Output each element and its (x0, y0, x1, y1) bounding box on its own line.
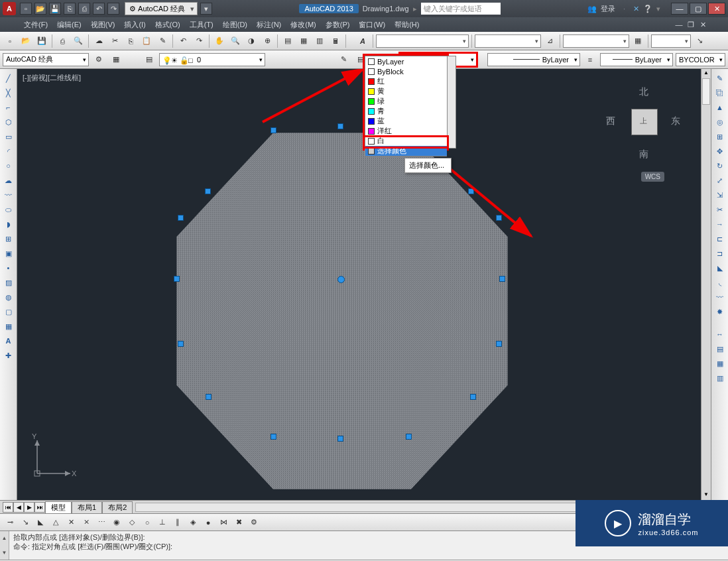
quadrant-icon[interactable]: ◇ (125, 515, 139, 530)
plotstyle-combo[interactable]: BYCOLOR (676, 53, 725, 66)
grip[interactable] (178, 215, 184, 221)
login-label[interactable]: 登录 (601, 4, 615, 14)
palette-icon[interactable]: ▥ (713, 371, 727, 385)
menu-view[interactable]: 视图(V) (87, 19, 119, 31)
publish-icon[interactable]: ☁ (91, 34, 106, 48)
navcube-north[interactable]: 北 (639, 86, 648, 98)
appint-icon[interactable]: ⨯ (79, 515, 93, 530)
color-option-red[interactable]: 红 (365, 76, 447, 86)
doc-close-button[interactable]: ✕ (698, 20, 708, 29)
wheel-icon[interactable]: ⊕ (260, 34, 274, 48)
tablestyle-select[interactable] (563, 34, 629, 48)
open-file-icon[interactable]: 📂 (19, 34, 33, 48)
grip[interactable] (337, 123, 343, 129)
table-icon[interactable]: ▦ (2, 320, 15, 333)
layer-combo[interactable]: 💡 ☀ 🔓 □ 0 (159, 53, 265, 66)
join-icon[interactable]: ⊐ (713, 247, 727, 260)
parallel-icon[interactable]: ∥ (170, 515, 185, 530)
menu-modify[interactable]: 修改(M) (286, 19, 320, 31)
workspace-quick-select[interactable]: ⚙ AutoCAD 经典 (125, 2, 198, 15)
none-icon[interactable]: ✖ (231, 515, 246, 530)
navcube-east[interactable]: 东 (671, 115, 680, 127)
open-icon[interactable]: 📂 (34, 3, 46, 15)
tab-next-icon[interactable]: ▶ (24, 502, 34, 513)
drawing-canvas[interactable]: [-][俯视][二维线框] 北 南 东 (17, 69, 711, 500)
exchange-icon[interactable]: ✕ (633, 5, 639, 13)
color-option-bylayer[interactable]: ByLayer (365, 56, 447, 66)
node-icon[interactable]: ● (201, 515, 215, 530)
menu-edit[interactable]: 编辑(E) (53, 19, 86, 31)
color-option-blue[interactable]: 蓝 (365, 116, 447, 126)
arc-icon[interactable]: ◜ (2, 145, 15, 158)
color-option-magenta[interactable]: 洋红 (365, 126, 447, 136)
region-icon[interactable]: ▢ (2, 305, 15, 318)
circle-icon[interactable]: ○ (2, 159, 15, 172)
props-icon[interactable]: ▤ (280, 34, 295, 48)
copy-obj-icon[interactable]: ⿻ (713, 86, 727, 99)
workspace-save-icon[interactable]: ▦ (109, 52, 123, 67)
pan-icon[interactable]: ✋ (212, 34, 227, 48)
menu-parametric[interactable]: 参数(P) (322, 19, 354, 31)
color-option-yellow[interactable]: 黄 (365, 86, 447, 96)
point-icon[interactable]: • (2, 261, 15, 275)
extend-icon[interactable]: → (713, 218, 727, 231)
menu-file[interactable]: 文件(F) (20, 19, 52, 31)
mleader-select[interactable] (651, 34, 691, 48)
menu-format[interactable]: 格式(O) (151, 19, 184, 31)
endpoint-icon[interactable]: ◣ (33, 515, 48, 530)
grip[interactable] (468, 188, 474, 194)
undo-btn-icon[interactable]: ↶ (176, 34, 190, 48)
textstyle-icon[interactable]: A (355, 34, 370, 48)
app-logo[interactable]: A (3, 2, 16, 15)
addselected-icon[interactable]: ✚ (2, 349, 15, 362)
menu-draw[interactable]: 绘图(D) (219, 19, 251, 31)
qselect-icon[interactable]: ▤ (713, 342, 727, 355)
stretch-icon[interactable]: ⇲ (713, 188, 727, 202)
color-option-byblock[interactable]: ByBlock (365, 66, 447, 76)
grip[interactable] (178, 341, 184, 347)
grip[interactable] (206, 394, 212, 400)
linetype-mgr-icon[interactable]: ≡ (583, 52, 597, 67)
extension-icon[interactable]: ⋯ (94, 515, 109, 530)
mleader-icon[interactable]: ↘ (692, 34, 707, 48)
perp-icon[interactable]: ⊥ (155, 515, 170, 530)
center-grip[interactable] (337, 276, 345, 283)
navcube-south[interactable]: 南 (639, 149, 648, 160)
color-dropdown-list[interactable]: ByLayer ByBlock 红 黄 绿 青 蓝 洋红 白 选择颜色 (365, 56, 447, 156)
doc-minimize-button[interactable]: — (674, 20, 684, 29)
navcube-west[interactable]: 西 (606, 115, 615, 127)
maximize-button[interactable]: ▢ (690, 3, 707, 15)
sheet-icon[interactable]: ▦ (296, 34, 311, 48)
help-icon[interactable]: ❔ (643, 5, 652, 13)
cut-icon[interactable]: ✂ (107, 34, 122, 48)
menu-window[interactable]: 窗口(W) (355, 19, 389, 31)
chamfer-icon[interactable]: ◣ (713, 261, 727, 275)
navcube-top-face[interactable]: 上 (631, 109, 658, 135)
preview-icon[interactable]: 🔍 (71, 34, 86, 48)
mirror-icon[interactable]: ▲ (713, 101, 727, 114)
xline-icon[interactable]: ╳ (2, 86, 15, 99)
move-icon[interactable]: ✥ (713, 145, 727, 158)
blend-icon[interactable]: 〰 (713, 290, 727, 304)
grip[interactable] (470, 394, 476, 400)
rotate-icon[interactable]: ↻ (713, 159, 727, 172)
pline-icon[interactable]: ⌐ (2, 101, 15, 114)
layer-state-icon[interactable]: ✎ (336, 52, 351, 67)
scale-icon[interactable]: ⤢ (713, 174, 727, 187)
trim-icon[interactable]: ✂ (713, 203, 727, 216)
menu-dimension[interactable]: 标注(N) (253, 19, 285, 31)
menu-insert[interactable]: 插入(I) (120, 19, 149, 31)
grip[interactable] (406, 434, 412, 440)
tangent-icon[interactable]: ○ (140, 515, 154, 530)
minimize-button[interactable]: — (671, 3, 688, 15)
layout-tab-layout2[interactable]: 布局2 (102, 501, 133, 513)
undo-icon[interactable]: ↶ (93, 3, 105, 15)
intersection-icon[interactable]: ✕ (64, 515, 78, 530)
paste-icon[interactable]: 📋 (139, 34, 154, 48)
osnap-settings-icon[interactable]: ⚙ (247, 515, 261, 530)
distance-icon[interactable]: ↔ (713, 328, 727, 341)
rect-icon[interactable]: ▭ (2, 130, 15, 143)
gradient-icon[interactable]: ◍ (2, 290, 15, 304)
doc-restore-button[interactable]: ❐ (686, 20, 696, 29)
layout-tab-model[interactable]: 模型 (45, 501, 72, 513)
